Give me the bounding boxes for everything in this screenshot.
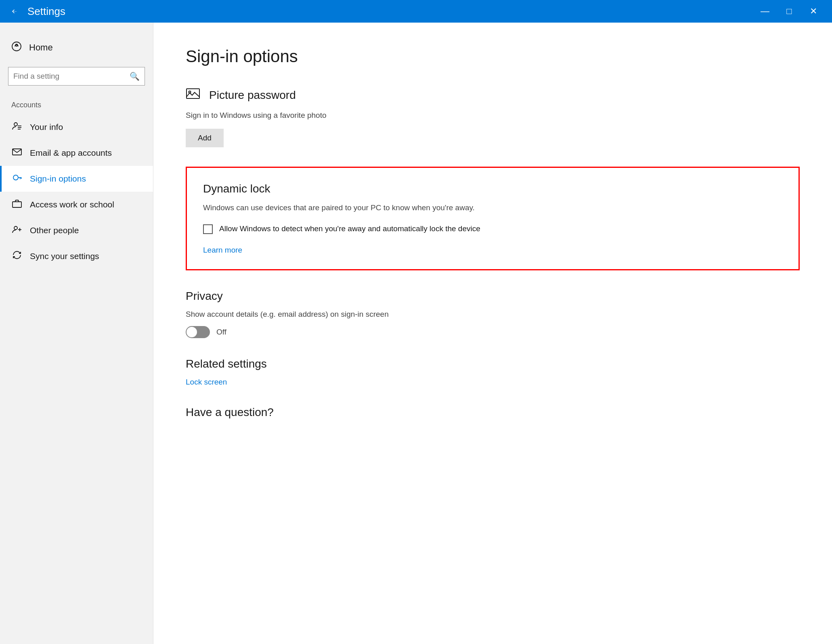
svg-rect-6 (13, 149, 21, 155)
dynamic-lock-checkbox-label: Allow Windows to detect when you're away… (219, 224, 480, 234)
sidebar-item-sync-settings[interactable]: Sync your settings (0, 243, 153, 269)
related-settings-section: Related settings Lock screen (186, 358, 800, 387)
svg-point-7 (13, 175, 18, 180)
picture-password-header: Picture password (186, 86, 800, 104)
related-settings-title: Related settings (186, 358, 800, 370)
privacy-title: Privacy (186, 290, 800, 303)
sidebar-item-email-app-accounts[interactable]: Email & app accounts (0, 140, 153, 166)
privacy-toggle[interactable] (186, 326, 210, 338)
person-plus-icon (11, 224, 23, 237)
sidebar-item-access-work-school[interactable]: Access work or school (0, 192, 153, 217)
envelope-icon (11, 146, 23, 159)
sidebar-item-other-people[interactable]: Other people (0, 217, 153, 243)
picture-password-section: Picture password Sign in to Windows usin… (186, 86, 800, 147)
sidebar-item-label: Your info (30, 122, 63, 132)
privacy-section: Privacy Show account details (e.g. email… (186, 290, 800, 338)
main-layout: Home 🔍 Accounts Your info (0, 23, 832, 644)
have-question-title: Have a question? (186, 406, 800, 419)
search-icon: 🔍 (130, 71, 140, 81)
image-icon (186, 86, 200, 104)
dynamic-lock-title: Dynamic lock (203, 182, 782, 195)
key-icon (11, 172, 23, 185)
privacy-desc: Show account details (e.g. email address… (186, 310, 800, 319)
person-list-icon (11, 121, 23, 134)
svg-point-2 (14, 123, 17, 126)
learn-more-link[interactable]: Learn more (203, 246, 242, 254)
page-title: Sign-in options (186, 47, 800, 66)
dynamic-lock-box: Dynamic lock Windows can use devices tha… (186, 167, 800, 270)
svg-point-1 (16, 44, 18, 46)
home-label: Home (29, 42, 53, 53)
dynamic-lock-desc: Windows can use devices that are paired … (203, 203, 782, 212)
picture-password-desc: Sign in to Windows using a favorite phot… (186, 111, 800, 120)
sidebar-item-sign-in-options[interactable]: Sign-in options (0, 166, 153, 192)
add-button[interactable]: Add (186, 129, 224, 147)
minimize-button[interactable]: — (753, 0, 777, 23)
sidebar-item-label: Sign-in options (30, 174, 86, 184)
briefcase-icon (11, 198, 23, 211)
sync-icon (11, 250, 23, 263)
app-title: Settings (27, 5, 65, 18)
svg-point-16 (189, 91, 191, 93)
sidebar-home[interactable]: Home (0, 36, 153, 60)
window-controls: — □ ✕ (753, 0, 826, 23)
sidebar-item-label: Access work or school (30, 200, 114, 209)
svg-rect-11 (13, 202, 21, 207)
sidebar-item-your-info[interactable]: Your info (0, 114, 153, 140)
sidebar-item-label: Other people (30, 226, 79, 235)
svg-rect-15 (187, 89, 199, 98)
maximize-button[interactable]: □ (777, 0, 801, 23)
sidebar-item-label: Email & app accounts (30, 148, 112, 158)
home-icon (11, 41, 22, 54)
search-input[interactable] (13, 72, 130, 81)
dynamic-lock-checkbox[interactable] (203, 224, 213, 234)
titlebar: Settings — □ ✕ (0, 0, 832, 23)
close-button[interactable]: ✕ (801, 0, 826, 23)
svg-point-12 (14, 226, 17, 230)
back-button[interactable] (6, 3, 23, 19)
privacy-toggle-row: Off (186, 326, 800, 338)
sidebar: Home 🔍 Accounts Your info (0, 23, 153, 644)
picture-password-title: Picture password (209, 89, 296, 102)
main-content: Sign-in options Picture password Sign in… (153, 23, 832, 644)
dynamic-lock-checkbox-row: Allow Windows to detect when you're away… (203, 224, 782, 234)
sidebar-section-label: Accounts (0, 97, 153, 114)
sidebar-item-label: Sync your settings (30, 251, 99, 261)
lock-screen-link[interactable]: Lock screen (186, 378, 800, 387)
search-box[interactable]: 🔍 (8, 67, 145, 86)
toggle-state-label: Off (216, 328, 226, 337)
toggle-knob (187, 327, 197, 337)
have-question-section: Have a question? (186, 406, 800, 419)
